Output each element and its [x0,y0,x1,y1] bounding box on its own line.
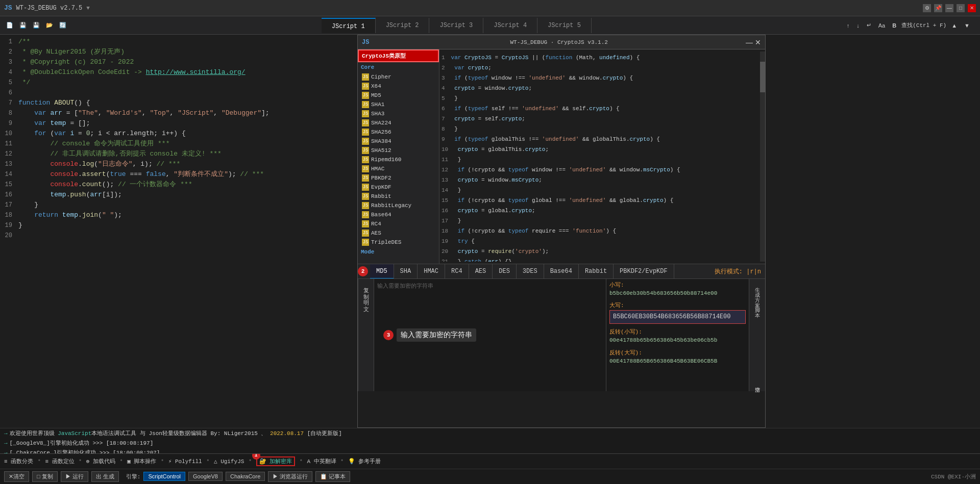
tree-item-sha224[interactable]: JS SHA224 [358,118,439,128]
script-button[interactable]: 案 [753,296,762,300]
notepad-btn[interactable]: 📋 记事本 [315,471,350,482]
copy-btn[interactable]: □ 复制 [32,471,58,482]
line-code-19: } [18,220,22,231]
tree-item-rabbitlegacy[interactable]: JS RabbitLegacy [358,201,439,210]
status-translate[interactable]: A 中英翻译 [307,457,336,465]
cipher-tab-rabbit[interactable]: Rabbit [579,264,614,279]
paste-button[interactable]: 制 [361,287,371,291]
engine-scriptcontrol[interactable]: ScriptControl [143,472,185,481]
nav-up-button[interactable]: ▲ [949,21,959,30]
file-icon-pbkdf2: JS [362,174,369,182]
plaintext-button[interactable]: 明 [361,293,371,297]
line-num-18: 18 [0,210,18,220]
status-crypto-lib[interactable]: 🔐 加解密库 1 [256,456,296,466]
tab-jscript2[interactable]: JScript 2 [376,18,430,33]
file-icon-x64: JS [362,83,369,90]
tree-item-x64[interactable]: JS X64 [358,82,439,91]
wrap-button[interactable]: ↵ [865,21,873,30]
case-button[interactable]: Aa [876,21,887,30]
file-icon-sha256: JS [362,129,369,136]
generate-button[interactable]: 生 [753,281,762,285]
cipher-tab-hmac[interactable]: HMAC [418,264,445,279]
tree-item-md5[interactable]: JS MD5 [358,91,439,100]
scroll-down-button[interactable]: ↓ [854,21,862,30]
pin-button[interactable]: 📌 [934,4,942,12]
status-func-classify[interactable]: ≡ 函数分类 [4,457,33,465]
run-btn[interactable]: ▶ 运行 [61,471,88,482]
log-text-2: [_GoogleV8_]引擎初始化成功 >>> [18:00:08:197] [10,439,154,447]
cipher-tab-3des[interactable]: 3DES [517,264,544,279]
new-file-button[interactable]: 📄 [4,21,15,30]
result-uppercase-section: 大写: B5BC60EB30B54B683656B56B88714E00 [606,299,749,326]
popup-minimize-button[interactable]: — [746,38,753,46]
close-button[interactable]: ✕ [968,4,976,12]
run-button[interactable]: 脚 [753,301,762,305]
tree-item-rc4[interactable]: JS RC4 [358,219,439,228]
tree-item-aes[interactable]: JS AES [358,228,439,238]
status-load-code[interactable]: ⊕ 加载代码 [86,457,115,465]
version-dropdown[interactable]: ▼ [86,5,90,11]
tree-header: CryptoJS类原型 [358,49,439,62]
status-func-locate[interactable]: ≡ 函数定位 [45,457,74,465]
scroll-up-button[interactable]: ↑ [845,21,852,30]
crypto-input[interactable] [374,279,606,391]
tree-item-tripledes[interactable]: JS TripleDES [358,238,439,247]
log-text-3: [_ChakraCore_]引擎初始化成功 >>> [18:00:08:207] [10,449,160,453]
line-code-12: // 非工具调试请删除,否则提示 console 未定义! *** [18,149,222,159]
tree-item-sha384[interactable]: JS SHA384 [358,137,439,146]
line-code-10: for (var i = 0; i < arr.length; i++) { [18,129,186,139]
cipher-tab-sha[interactable]: SHA [394,264,418,279]
status-polyfill[interactable]: ⚡ Polyfill [168,458,202,465]
tree-item-sha512[interactable]: JS SHA512 [358,146,439,155]
cipher-tab-pbkdf2[interactable]: PBKDF2/EvpKDF [614,264,674,279]
engine-chakracore[interactable]: ChakraCore [226,472,265,481]
tree-scroll[interactable]: Core JS Cipher JS X64 JS MD5 JS [358,62,439,264]
settings-button[interactable]: ⚙ [923,4,931,12]
save-all-button[interactable]: 💾 [31,21,42,30]
output-button[interactable]: 本 [753,307,762,311]
tree-item-sha3[interactable]: JS SHA3 [358,109,439,118]
copy-button[interactable]: 复 [361,281,371,285]
tab-jscript1[interactable]: JScript 1 [322,18,376,33]
line-code-2: * @By NLiger2015 (岁月无声) [18,47,125,57]
scheme-button[interactable]: 方 [753,291,762,295]
tree-item-cipher[interactable]: JS Cipher [358,72,439,82]
tree-item-ripemd160[interactable]: JS Ripemd160 [358,155,439,164]
tab-jscript4[interactable]: JScript 4 [483,18,537,33]
nav-down-button[interactable]: ▼ [962,21,972,30]
popup-scrollbar[interactable] [760,52,765,262]
minimize-button[interactable]: — [945,4,953,12]
tree-item-pbkdf2[interactable]: JS PBKDF2 [358,173,439,183]
status-ugifyjs[interactable]: △ UgifyJS [214,458,244,465]
tab-jscript3[interactable]: JScript 3 [429,18,483,33]
tree-item-sha1[interactable]: JS SHA1 [358,100,439,109]
tree-item-sha256[interactable]: JS SHA256 [358,128,439,137]
cipher-tab-rc4[interactable]: RC4 [445,264,469,279]
engine-googlev8[interactable]: GoogleV8 [188,472,223,481]
tree-item-evpkdf[interactable]: JS EvpKDF [358,183,439,192]
cipher-tab-aes[interactable]: AES [469,264,493,279]
status-script-op[interactable]: ▣ 脚本操作 [127,457,156,465]
generate-btn[interactable]: 出 生成 [91,471,119,482]
cipher-tab-base64[interactable]: Base64 [544,264,579,279]
toolbar: 📄 💾 💾 📂 🔄 JScript 1 JScript 2 JScript 3 … [0,16,980,35]
browser-run-btn[interactable]: ▶ 浏览器运行 [268,471,312,482]
status-manual[interactable]: 💡 参考手册 [348,457,381,465]
reload-button[interactable]: 🔄 [57,21,68,30]
popup-close-button[interactable]: ✕ [755,38,761,46]
bold-button[interactable]: B [890,21,898,30]
clear-btn[interactable]: ✕清空 [4,471,29,482]
clear-button[interactable]: 清空 [753,381,762,385]
plan-button[interactable]: 成 [753,286,762,290]
cipher-tab-des[interactable]: DES [493,264,517,279]
open-button[interactable]: 📂 [44,21,55,30]
cipher-tab-md5[interactable]: MD5 [370,264,394,279]
save-button[interactable]: 💾 [17,21,29,30]
maximize-button[interactable]: □ [957,4,965,12]
tree-item-rabbit[interactable]: JS Rabbit [358,192,439,201]
tree-item-base64[interactable]: JS Base64 [358,210,439,219]
tab-jscript5[interactable]: JScript 5 [537,18,592,33]
tree-item-hmac[interactable]: JS HMAC [358,164,439,173]
encode-button[interactable]: 文 [361,299,371,303]
line-code-11: // console 命令为调试工具使用 *** [18,139,169,149]
